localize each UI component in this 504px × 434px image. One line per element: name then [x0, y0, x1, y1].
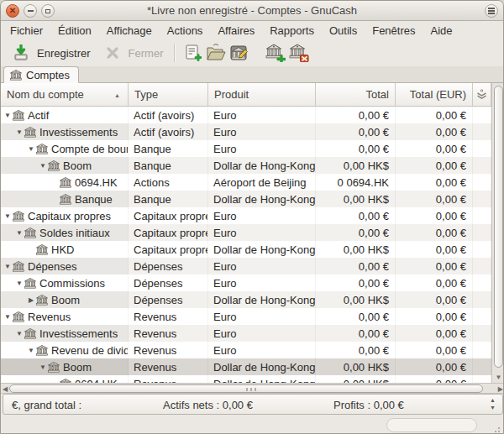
cell-commodity: Euro — [208, 308, 316, 325]
table-row[interactable]: ▼ActifActif (avoirs)Euro0,00 €0,00 € — [1, 107, 491, 123]
horizontal-scrollbar[interactable]: ◀ ▶ — [1, 383, 504, 394]
close-button-label: Fermer — [129, 47, 164, 60]
expander-icon[interactable]: ▼ — [38, 162, 48, 170]
scroll-right-arrow-icon[interactable]: ▶ — [498, 385, 503, 393]
scroll-left-arrow-icon[interactable]: ◀ — [3, 385, 8, 393]
table-row[interactable]: ▼BoomRevenusDollar de Hong-Kong0,00 HK$0… — [1, 358, 491, 375]
expander-icon[interactable]: ▼ — [3, 212, 13, 220]
window-title: *Livre non enregistré - Comptes - GnuCas… — [1, 4, 503, 17]
menu-item-aide[interactable]: Aide — [423, 23, 460, 39]
menu-item-affichage[interactable]: Affichage — [99, 23, 160, 39]
cell-type: Revenus — [129, 342, 208, 358]
menu-item-actions[interactable]: Actions — [160, 23, 211, 39]
expander-icon[interactable]: ▼ — [14, 330, 24, 337]
cell-total: 0,00 € — [316, 342, 396, 358]
table-row[interactable]: ▼InvestissementsRevenusEuro0,00 €0,00 € — [1, 325, 491, 342]
close-tab-button[interactable]: Fermer — [96, 39, 169, 66]
table-row[interactable]: 0694.HKRevenusDollar de Hong-Kong0,00 HK… — [1, 375, 491, 383]
table-row[interactable]: ▼BoomBanqueDollar de Hong-Kong0,00 HK$0,… — [1, 157, 491, 174]
delete-account-button[interactable] — [287, 42, 311, 64]
table-row[interactable]: 0694.HKActionsAéroport de Beijing0 0694.… — [1, 174, 491, 191]
account-name: Investissements — [39, 327, 118, 340]
column-header-name[interactable]: Nom du compte ▲ — [1, 83, 129, 106]
account-name: Investissements — [39, 126, 118, 139]
cell-total: 0,00 € — [316, 308, 396, 325]
titlebar[interactable]: ✕ *Livre non enregistré - Comptes - GnuC… — [1, 1, 503, 21]
cell-extra — [473, 123, 491, 140]
expander-icon[interactable]: ▼ — [3, 112, 13, 119]
column-header-commodity-label: Produit — [214, 88, 249, 101]
save-button[interactable]: Enregistrer — [4, 39, 96, 66]
menu-bar: FichierÉditionAffichageActionsAffairesRa… — [1, 22, 503, 39]
scroll-down-arrow-icon[interactable]: ▼ — [492, 374, 504, 381]
add-account-button[interactable] — [264, 42, 287, 64]
resize-grip[interactable] — [491, 423, 501, 433]
table-row[interactable]: ▼InvestissementsActif (avoirs)Euro0,00 €… — [1, 123, 491, 140]
add-account-icon — [265, 44, 286, 62]
cell-total: 0,00 € — [316, 107, 396, 123]
cell-total: 0,00 HK$ — [316, 191, 396, 207]
close-icon — [101, 42, 124, 64]
menu-item-fichier[interactable]: Fichier — [3, 23, 50, 39]
edit-account-button[interactable] — [228, 42, 251, 64]
cell-commodity: Euro — [208, 342, 316, 358]
expander-icon[interactable]: ▼ — [26, 347, 36, 354]
window-menu-button[interactable] — [485, 4, 498, 18]
summary-stepper[interactable]: ▲▼ — [490, 396, 496, 411]
cell-type: Dépenses — [129, 275, 208, 291]
menu-item-fenetres[interactable]: Fenêtres — [365, 23, 423, 39]
cell-total: 0,00 HK$ — [316, 358, 396, 375]
expander-icon[interactable]: ▼ — [3, 263, 13, 270]
summary-bar: €, grand total : Actifs nets : 0,00 € Pr… — [3, 394, 503, 415]
table-row[interactable]: BanqueBanqueDollar de Hong-Kong0,00 HK$0… — [1, 191, 491, 207]
status-bar — [1, 415, 503, 434]
column-header-type[interactable]: Type — [129, 83, 208, 106]
account-icon — [24, 328, 36, 339]
column-header-total-eur[interactable]: Total (EUR) — [396, 83, 473, 106]
column-options-button[interactable] — [473, 83, 491, 106]
tab-comptes[interactable]: Comptes — [3, 66, 79, 83]
cell-commodity: Euro — [208, 107, 316, 123]
stepper-up-icon[interactable]: ▲ — [490, 396, 496, 404]
table-row[interactable]: ▼Soldes initiauxCapitaux propresEuro0,00… — [1, 224, 491, 241]
cell-total_eur: 0,00 € — [396, 191, 473, 207]
expander-icon[interactable]: ▼ — [3, 313, 13, 321]
cell-total: 0,00 HK$ — [316, 157, 396, 174]
cell-total_eur: 0,00 € — [396, 241, 473, 258]
expander-icon[interactable]: ▼ — [14, 128, 24, 136]
account-name: Boom — [63, 159, 92, 172]
menu-item-outils[interactable]: Outils — [322, 23, 365, 39]
table-row[interactable]: HKDCapitaux propresDollar de Hong-Kong0,… — [1, 241, 491, 258]
stepper-down-icon[interactable]: ▼ — [490, 404, 496, 411]
horizontal-scrollbar-thumb[interactable] — [9, 384, 483, 393]
table-row[interactable]: ▶BoomDépensesDollar de Hong-Kong0,00 HK$… — [1, 291, 491, 308]
vertical-scrollbar[interactable]: ▼ — [491, 83, 504, 383]
column-header-total-label: Total — [366, 88, 389, 101]
table-row[interactable]: ▼Revenu de dividendRevenusEuro0,00 €0,00… — [1, 342, 491, 358]
cell-total_eur: 0,00 € — [396, 258, 473, 275]
cell-extra — [473, 241, 491, 258]
account-name: Commissions — [39, 277, 105, 290]
column-header-total[interactable]: Total — [316, 83, 396, 106]
vertical-scrollbar-thumb[interactable] — [494, 86, 503, 368]
column-header-commodity[interactable]: Produit — [208, 83, 316, 106]
account-icon — [60, 194, 71, 205]
table-row[interactable]: ▼DépensesDépensesEuro0,00 €0,00 € — [1, 258, 491, 275]
expander-icon[interactable]: ▼ — [14, 229, 24, 237]
account-icon — [24, 127, 36, 138]
expander-icon[interactable]: ▼ — [14, 280, 24, 287]
sort-ascending-icon: ▲ — [114, 92, 120, 98]
expander-icon[interactable]: ▼ — [26, 145, 36, 153]
expander-icon[interactable]: ▼ — [38, 363, 48, 371]
table-row[interactable]: ▼CommissionsDépensesEuro0,00 €0,00 € — [1, 275, 491, 291]
table-row[interactable]: ▼RevenusRevenusEuro0,00 €0,00 € — [1, 308, 491, 325]
menu-item-affaires[interactable]: Affaires — [210, 23, 262, 39]
cell-total_eur: 0,00 € — [396, 157, 473, 174]
table-row[interactable]: ▼Capitaux propresCapitaux propresEuro0,0… — [1, 207, 491, 224]
table-row[interactable]: ▼Compte de bourse/BanqueEuro0,00 €0,00 € — [1, 140, 491, 157]
menu-item-rapports[interactable]: Rapports — [262, 23, 322, 39]
new-file-button[interactable] — [181, 42, 204, 64]
open-account-button[interactable] — [204, 42, 228, 64]
expander-icon[interactable]: ▶ — [26, 296, 36, 304]
menu-item-edition[interactable]: Édition — [50, 23, 99, 39]
